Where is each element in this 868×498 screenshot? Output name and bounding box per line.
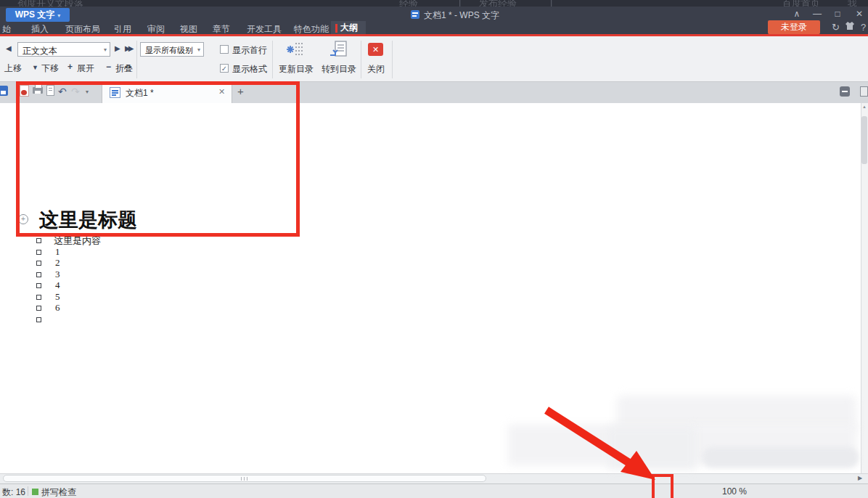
skin-icon[interactable] (845, 21, 855, 33)
background-page-strip: 创度开义文段落 经验 | 发布经验 | 百度首页 我 (0, 0, 868, 7)
show-format-checkbox[interactable]: ✓ (220, 64, 229, 73)
app-menu-button[interactable]: WPS 文字▾ (6, 8, 70, 22)
outline-bullet[interactable] (36, 238, 41, 243)
move-down-icon[interactable]: ▼ (32, 64, 38, 71)
outline-bullet[interactable] (36, 317, 41, 322)
collapse-icon[interactable]: − (106, 62, 111, 72)
document-icon (411, 10, 419, 19)
demote-to-body-icon[interactable]: ▶▶ (125, 44, 131, 52)
horizontal-scroll-thumb[interactable] (3, 475, 486, 482)
promote-icon[interactable]: ◀ (6, 44, 12, 52)
update-toc-icon[interactable] (287, 41, 306, 61)
collapse-ribbon-icon[interactable]: ∧ (788, 8, 806, 20)
spellcheck-icon (32, 489, 38, 495)
outline-toolbar: ◀ 正文文本 ▾ ▶ ▶▶ 上移 ▼ 下移 + 展开 − 折叠 显示所有级别 ▾… (0, 36, 868, 82)
spellcheck-label[interactable]: 拼写检查 (41, 486, 76, 498)
move-down-button[interactable]: 下移 (41, 62, 59, 75)
sidebar-toggle-icon[interactable] (860, 86, 868, 97)
close-outline-button[interactable]: 关闭 (360, 63, 392, 75)
move-up-button[interactable]: 上移 (4, 62, 22, 75)
outline-item[interactable]: 6 (55, 302, 60, 314)
annotation-highlight-box (652, 474, 673, 498)
scroll-right-icon[interactable]: ▶ (858, 475, 862, 481)
annotation-rectangle (16, 81, 300, 237)
demote-icon[interactable]: ▶ (115, 44, 120, 52)
update-toc-button[interactable]: 更新目录 (278, 63, 314, 75)
tab-outline-active[interactable]: 大纲 (331, 21, 366, 35)
blurred-watermark (703, 447, 859, 468)
background-text: 发布经验 (479, 0, 517, 7)
goto-toc-button[interactable]: 转到目录 (321, 63, 357, 75)
outline-bullet[interactable] (36, 261, 41, 266)
active-tab-marker (335, 24, 337, 33)
help-icon[interactable]: ? (861, 21, 866, 33)
outline-bullet[interactable] (36, 250, 41, 255)
minimize-icon[interactable]: — (808, 8, 826, 20)
outline-bullet[interactable] (36, 283, 41, 288)
separator (272, 41, 273, 78)
separator (28, 486, 28, 496)
statusbar: 数: 16 拼写检查 (0, 483, 868, 498)
refresh-icon[interactable]: ↻ (832, 21, 840, 33)
chevron-down-icon: ▾ (57, 12, 60, 19)
close-outline-icon[interactable]: ✕ (368, 43, 383, 56)
divider: | (459, 0, 461, 7)
separator (392, 41, 393, 78)
outline-item[interactable]: 1 (55, 246, 60, 258)
close-icon[interactable]: ✕ (851, 8, 868, 20)
expand-button[interactable]: 展开 (77, 62, 94, 75)
show-format-label: 显示格式 (232, 63, 267, 75)
chevron-down-icon: ▾ (104, 46, 107, 53)
window-title: 文档1 * - WPS 文字 (424, 9, 499, 22)
scroll-up-icon[interactable]: ▲ (862, 105, 867, 109)
blurred-watermark (608, 427, 695, 469)
background-text: 创度开义文段落 (17, 0, 83, 7)
goto-toc-icon[interactable] (329, 41, 348, 61)
separator (136, 41, 137, 78)
expand-icon[interactable]: + (67, 62, 73, 72)
show-level-combo[interactable]: 显示所有级别 ▾ (140, 42, 204, 57)
outline-item[interactable]: 5 (55, 291, 60, 303)
outline-item[interactable]: 3 (55, 269, 60, 280)
save-icon[interactable] (0, 86, 8, 96)
outline-bullet[interactable] (36, 306, 41, 311)
outline-bullet[interactable] (36, 295, 41, 300)
outline-item[interactable]: 4 (55, 279, 60, 291)
background-text: 百度首页 (782, 0, 820, 7)
background-text: 经验 (399, 0, 418, 7)
chevron-down-icon: ▾ (197, 46, 200, 53)
outline-bullet[interactable] (36, 272, 41, 277)
show-first-line-checkbox[interactable] (220, 45, 229, 54)
wps-writer-window: 创度开义文段落 经验 | 发布经验 | 百度首页 我 WPS 文字▾ 文档1 *… (0, 0, 868, 498)
panel-toggle-icon[interactable] (840, 86, 850, 97)
show-first-line-label: 显示首行 (232, 44, 267, 57)
vertical-scroll-thumb[interactable] (861, 116, 867, 164)
login-button[interactable]: 未登录 (768, 20, 820, 34)
outline-level-combo[interactable]: 正文文本 ▾ (17, 42, 110, 57)
maximize-icon[interactable]: □ (829, 8, 846, 20)
divider: | (550, 0, 552, 7)
outline-item[interactable]: 2 (55, 257, 60, 269)
word-count: 数: 16 (2, 486, 25, 498)
collapse-button[interactable]: 折叠 (115, 62, 133, 75)
background-text: 我 (848, 0, 857, 7)
zoom-level: 100 % (722, 486, 747, 497)
titlebar: WPS 文字▾ 文档1 * - WPS 文字 ∧ — □ ✕ 始 插入 页面布局… (0, 7, 868, 34)
